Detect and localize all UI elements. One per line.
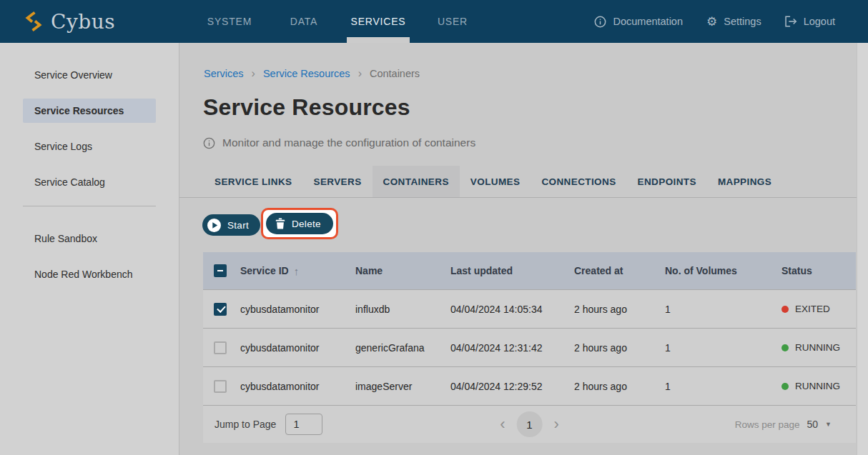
- documentation-label: Documentation: [613, 16, 683, 27]
- rows-per-page-value: 50: [807, 419, 819, 430]
- top-navbar: Cybus SYSTEM DATA SERVICES USER Document…: [0, 0, 868, 43]
- cell-status: RUNNING: [779, 342, 856, 353]
- table-footer: Jump to Page ‹ 1 › Rows per page 50 ▼: [203, 405, 856, 443]
- column-header-service-id[interactable]: Service ID ↑: [237, 265, 352, 277]
- tabs-divider: [179, 197, 857, 198]
- page-description-row: Monitor and manage the configuration of …: [203, 136, 475, 149]
- cell-name: genericGrafana: [352, 342, 448, 354]
- current-page-button[interactable]: 1: [517, 411, 543, 437]
- breadcrumb-link-services[interactable]: Services: [204, 68, 244, 79]
- brand-name: Cybus: [51, 10, 115, 34]
- trash-icon: [275, 218, 285, 229]
- main-content: Services › Service Resources › Container…: [179, 43, 857, 455]
- cell-service-id: cybusdatamonitor: [237, 342, 352, 354]
- column-header-name[interactable]: Name: [352, 265, 448, 276]
- documentation-button[interactable]: Documentation: [594, 16, 683, 28]
- nav-item-user[interactable]: USER: [415, 0, 490, 43]
- play-icon: [207, 219, 221, 232]
- tab-endpoints[interactable]: ENDPOINTS: [627, 166, 707, 197]
- settings-label: Settings: [724, 16, 761, 27]
- cell-created-at: 2 hours ago: [571, 304, 662, 315]
- sidebar-item-service-catalog[interactable]: Service Catalog: [23, 170, 156, 194]
- next-page-button[interactable]: ›: [550, 416, 563, 432]
- prev-page-button[interactable]: ‹: [495, 416, 509, 432]
- logout-button[interactable]: Logout: [785, 16, 835, 27]
- breadcrumb-link-service-resources[interactable]: Service Resources: [263, 68, 350, 79]
- status-dot: [781, 344, 789, 351]
- logout-icon: [785, 16, 797, 27]
- jump-to-page-input[interactable]: [285, 414, 322, 435]
- cell-created-at: 2 hours ago: [571, 342, 662, 354]
- rows-per-page-label: Rows per page: [735, 419, 800, 430]
- row-checkbox[interactable]: [214, 380, 227, 393]
- sidebar-item-service-overview[interactable]: Service Overview: [23, 63, 156, 87]
- breadcrumb-current-containers: Containers: [370, 68, 420, 79]
- pager: ‹ 1 ›: [495, 411, 563, 437]
- brand-logo[interactable]: Cybus: [24, 0, 115, 43]
- page-title: Service Resources: [203, 94, 410, 121]
- row-checkbox[interactable]: [214, 303, 227, 316]
- chevron-right-icon: ›: [554, 415, 559, 433]
- start-label: Start: [227, 220, 249, 231]
- tab-servers[interactable]: SERVERS: [302, 166, 372, 197]
- select-all-checkbox[interactable]: [214, 264, 227, 277]
- status-dot: [781, 306, 789, 313]
- cell-created-at: 2 hours ago: [571, 381, 662, 392]
- column-header-status[interactable]: Status: [779, 265, 856, 276]
- settings-button[interactable]: ⚙ Settings: [706, 16, 761, 28]
- chevron-right-separator-icon: ›: [358, 68, 362, 79]
- chevron-right-separator-icon: ›: [252, 68, 255, 79]
- rows-per-page-select[interactable]: Rows per page 50 ▼: [735, 419, 832, 430]
- cell-service-id: cybusdatamonitor: [237, 381, 352, 392]
- table-row[interactable]: cybusdatamonitor influxdb 04/04/2024 14:…: [203, 289, 856, 328]
- nav-item-system[interactable]: SYSTEM: [192, 0, 267, 43]
- start-button[interactable]: Start: [202, 214, 260, 236]
- chevron-left-icon: ‹: [500, 415, 505, 433]
- table-row[interactable]: cybusdatamonitor imageServer 04/04/2024 …: [203, 366, 856, 405]
- cell-volumes: 1: [662, 304, 779, 315]
- nav-item-services[interactable]: SERVICES: [341, 0, 415, 43]
- main-nav: SYSTEM DATA SERVICES USER: [192, 0, 490, 43]
- cell-volumes: 1: [662, 381, 779, 392]
- tab-volumes[interactable]: VOLUMES: [460, 166, 531, 197]
- page-description: Monitor and manage the configuration of …: [222, 136, 475, 149]
- sidebar-item-service-logs[interactable]: Service Logs: [23, 134, 156, 159]
- jump-to-page-label: Jump to Page: [214, 419, 276, 430]
- cell-last-updated: 04/04/2024 14:05:34: [448, 304, 571, 315]
- tab-service-links[interactable]: SERVICE LINKS: [204, 166, 302, 197]
- breadcrumb: Services › Service Resources › Container…: [204, 68, 420, 79]
- column-header-volumes[interactable]: No. of Volumes: [662, 265, 779, 276]
- cell-name: influxdb: [352, 304, 448, 315]
- table-row[interactable]: cybusdatamonitor genericGrafana 04/04/20…: [203, 328, 856, 366]
- navbar-actions: Documentation ⚙ Settings Logout: [594, 0, 835, 43]
- cell-volumes: 1: [662, 342, 779, 354]
- sidebar-divider: [23, 206, 156, 206]
- column-header-last-updated[interactable]: Last updated: [448, 265, 571, 276]
- sidebar: Service Overview Service Resources Servi…: [0, 43, 179, 455]
- tab-connections[interactable]: CONNECTIONS: [531, 166, 626, 197]
- gear-icon: ⚙: [706, 16, 717, 28]
- status-dot: [781, 383, 789, 390]
- cell-name: imageServer: [352, 381, 448, 392]
- resource-tabs: SERVICE LINKS SERVERS CONTAINERS VOLUMES…: [204, 166, 782, 197]
- nav-item-data[interactable]: DATA: [267, 0, 341, 43]
- sidebar-item-rule-sandbox[interactable]: Rule Sandbox: [23, 226, 156, 251]
- scrollbar-track[interactable]: [857, 43, 868, 455]
- status-label: RUNNING: [795, 381, 840, 391]
- cell-last-updated: 04/04/2024 12:31:42: [448, 342, 571, 354]
- dropdown-caret-icon: ▼: [825, 421, 832, 428]
- sidebar-item-service-resources[interactable]: Service Resources: [23, 99, 156, 123]
- row-checkbox[interactable]: [214, 341, 227, 354]
- column-header-created-at[interactable]: Created at: [571, 265, 662, 276]
- table-header: Service ID ↑ Name Last updated Created a…: [203, 252, 856, 289]
- delete-button[interactable]: Delete: [266, 213, 333, 234]
- cell-last-updated: 04/04/2024 12:29:52: [448, 381, 571, 392]
- cell-status: EXITED: [779, 304, 856, 314]
- sidebar-item-node-red-workbench[interactable]: Node Red Workbench: [23, 262, 156, 286]
- status-label: EXITED: [795, 304, 830, 314]
- sort-asc-icon: ↑: [294, 265, 300, 277]
- tab-containers[interactable]: CONTAINERS: [373, 166, 460, 197]
- delete-label: Delete: [292, 219, 321, 229]
- tab-mappings[interactable]: MAPPINGS: [707, 166, 782, 197]
- logout-label: Logout: [804, 16, 835, 27]
